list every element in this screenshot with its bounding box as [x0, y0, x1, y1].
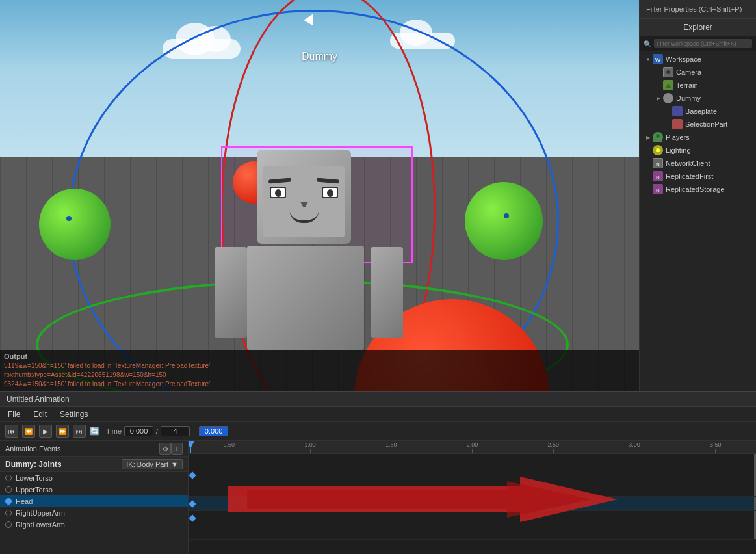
joint-item-rightupperarm[interactable]: RightUpperArm — [0, 507, 188, 519]
joint-item-lowertorso[interactable]: LowerTorso — [0, 472, 188, 484]
char-arm-left — [215, 247, 247, 338]
btn-step-fwd[interactable]: ⏩ — [56, 425, 69, 438]
joints-header: Dummy: Joints IK: Body Part ▼ — [0, 457, 188, 472]
ruler-label-6: 3.50 — [710, 442, 722, 448]
output-overlay: Output 5119&w=150&h=150' failed to load … — [0, 350, 639, 391]
track-line-events — [189, 454, 756, 468]
char-mouth — [289, 210, 319, 223]
tree-item-baseplate[interactable]: Baseplate — [640, 105, 756, 118]
btn-step-back[interactable]: ⏪ — [22, 425, 35, 438]
time-separator: / — [156, 427, 158, 435]
ruler-label-5: 3.00 — [629, 442, 640, 448]
dummy-label-tree: Dummy — [676, 94, 701, 102]
ruler-tick-0 — [229, 449, 229, 453]
filter-workspace-input[interactable] — [654, 39, 752, 48]
tree-item-dummy[interactable]: ▶ Dummy — [640, 92, 756, 105]
ruler-tick-1 — [310, 449, 311, 453]
loop-icon: 🔄 — [90, 427, 99, 436]
lighting-icon — [653, 145, 663, 155]
keyframe-lowertorso[interactable] — [189, 471, 196, 479]
animation-editor: Untitled Animation File Edit Settings ⏮ … — [0, 391, 756, 554]
animation-menu-bar: File Edit Settings — [0, 407, 756, 422]
green-sphere-left — [39, 189, 111, 260]
time-current-input[interactable]: 0.000 — [124, 426, 153, 436]
timeline-ruler: 0.50 1.00 1.50 2.00 — [189, 441, 756, 454]
ik-chevron-icon: ▼ — [171, 460, 178, 468]
viewport-canvas: Dummy Output 5119&w=150&h=150' failed to… — [0, 0, 639, 391]
dummy-icon — [663, 93, 673, 103]
ruler-label-0: 0.50 — [224, 442, 235, 448]
playhead-value[interactable]: 0.000 — [199, 426, 228, 436]
selectionpart-icon — [672, 119, 683, 129]
menu-settings[interactable]: Settings — [57, 409, 90, 419]
joint-label-lowertorso: LowerTorso — [16, 474, 53, 482]
joint-item-rightlowerarm[interactable]: RightLowerArm — [0, 519, 188, 531]
tree-item-selectionpart[interactable]: SelectionPart — [640, 118, 756, 131]
tree-item-players[interactable]: ▶ Players — [640, 131, 756, 144]
output-line-3: 9324&w=150&h=150' failed to load in 'Tex… — [4, 380, 635, 389]
joint-label-head: Head — [16, 497, 33, 505]
ruler-tick-5 — [634, 449, 634, 453]
tree-item-camera[interactable]: Camera — [640, 66, 756, 79]
track-line-uppertorso — [189, 482, 756, 497]
ik-dropdown[interactable]: IK: Body Part ▼ — [122, 459, 183, 469]
tree-item-replicatedstorage[interactable]: R ReplicatedStorage — [640, 183, 756, 196]
joint-item-head[interactable]: Head — [0, 495, 188, 507]
menu-file[interactable]: File — [5, 409, 23, 419]
tracks-content — [189, 454, 756, 554]
svg-rect-7 — [666, 98, 670, 101]
joint-item-uppertorso[interactable]: UpperTorso — [0, 484, 188, 495]
viewport[interactable]: Dummy Output 5119&w=150&h=150' failed to… — [0, 0, 639, 391]
tree-item-terrain[interactable]: Terrain — [640, 79, 756, 92]
ruler-mark-2: 1.50 — [350, 442, 432, 453]
keyframe-head[interactable] — [189, 500, 196, 507]
dummy-arrow: ▶ — [654, 96, 663, 101]
networkclient-icon: N — [653, 158, 663, 168]
joint-circle-lowertorso — [5, 475, 12, 481]
timeline-tracks[interactable]: 0.50 1.00 1.50 2.00 — [189, 441, 756, 554]
ruler-tick-2 — [391, 449, 391, 453]
baseplate-icon — [672, 106, 683, 116]
tree-item-networkclient[interactable]: N NetworkClient — [640, 157, 756, 170]
ruler-marks: 0.50 1.00 1.50 2.00 — [189, 441, 756, 453]
explorer-section: Explorer 🔍 ▼ W Workspace — [640, 19, 756, 391]
events-gear-button[interactable]: ⚙ — [159, 443, 171, 455]
joint-label-rightlowerarm: RightLowerArm — [16, 521, 65, 529]
time-max-input[interactable]: 4 — [161, 426, 190, 436]
ruler-mark-5: 3.00 — [594, 442, 675, 453]
right-panel: Filter Properties (Ctrl+Shift+P) Explore… — [639, 0, 756, 391]
btn-skip-start[interactable]: ⏮ — [5, 425, 18, 438]
char-eye-left — [270, 187, 286, 198]
ruler-label-4: 2.50 — [547, 442, 559, 448]
svg-text:R: R — [656, 187, 660, 193]
keyframe-rightupperarm[interactable] — [189, 514, 196, 521]
char-head — [257, 150, 351, 244]
output-line-2: rbxthumb:/type=Asset&id=42220651198&w=15… — [4, 371, 635, 380]
timeline-area: Animation Events ⚙ + Dummy: Joints IK: B… — [0, 441, 756, 554]
ruler-label-3: 2.00 — [467, 442, 478, 448]
btn-play[interactable]: ▶ — [39, 425, 52, 438]
svg-text:R: R — [656, 174, 660, 180]
baseplate-label: Baseplate — [685, 107, 717, 115]
ruler-tick-4 — [553, 449, 554, 453]
menu-edit[interactable]: Edit — [31, 409, 49, 419]
joint-label-uppertorso: UpperTorso — [16, 486, 53, 494]
networkclient-label: NetworkClient — [666, 159, 710, 167]
ruler-tick-6 — [715, 449, 716, 453]
output-title: Output — [4, 352, 635, 360]
properties-header: Filter Properties (Ctrl+Shift+P) — [640, 0, 756, 19]
tree-item-replicatedfirst[interactable]: R ReplicatedFirst — [640, 170, 756, 183]
svg-rect-8 — [673, 107, 682, 116]
playhead[interactable] — [190, 441, 191, 453]
tree-item-lighting[interactable]: Lighting — [640, 144, 756, 157]
terrain-label: Terrain — [676, 81, 698, 89]
joint-circle-head — [5, 498, 12, 505]
search-icon: 🔍 — [644, 40, 651, 47]
btn-skip-end[interactable]: ⏭ — [73, 425, 86, 438]
time-label: Time — [106, 427, 122, 435]
events-plus-button[interactable]: + — [171, 443, 183, 455]
players-label: Players — [666, 133, 690, 141]
tree-item-workspace[interactable]: ▼ W Workspace — [640, 53, 756, 66]
lighting-label: Lighting — [666, 146, 691, 154]
ik-label: IK: Body Part — [126, 460, 168, 468]
